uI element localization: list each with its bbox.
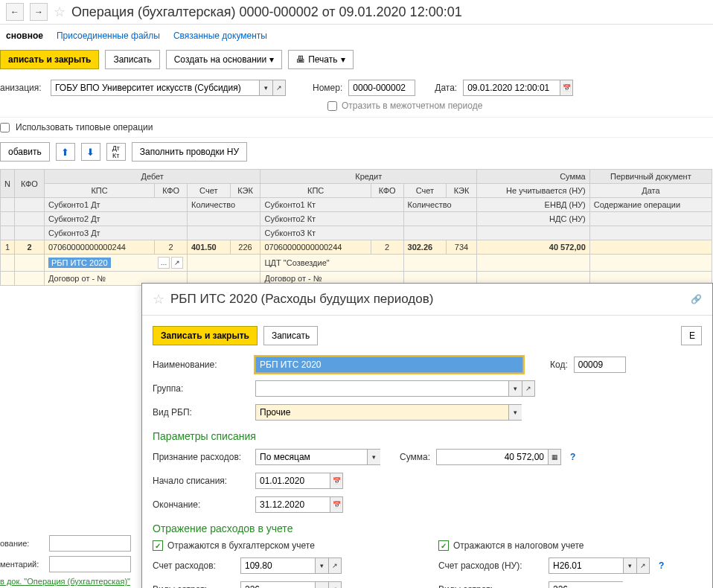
move-up-button[interactable]: ⬆: [56, 143, 75, 161]
name-input[interactable]: [255, 357, 523, 373]
external-link-icon[interactable]: 🔗: [691, 294, 702, 304]
col-envd: ЕНВД (НУ): [476, 198, 589, 212]
start-label: Начало списания:: [153, 476, 249, 486]
cell-acc-d[interactable]: 401.50: [188, 240, 231, 255]
save-button[interactable]: Записать: [105, 50, 159, 69]
col-sub1k: Субконто1 Кт: [260, 198, 403, 212]
acc-nu-open[interactable]: ↗: [636, 557, 650, 574]
dt-kt-button[interactable]: ДтКт: [106, 143, 126, 161]
print-button[interactable]: 🖶 Печать ▾: [288, 50, 353, 69]
col-primary: Первичный документ: [589, 170, 712, 184]
base-input[interactable]: [49, 535, 131, 552]
comment-input[interactable]: [49, 556, 131, 572]
group-open[interactable]: ↗: [522, 380, 535, 397]
create-based-label: Создать на основании: [174, 54, 267, 65]
cell-kek-k[interactable]: 734: [447, 240, 477, 255]
end-input[interactable]: [255, 496, 330, 513]
cell-primary[interactable]: [589, 240, 712, 255]
col-kek-d: КЭК: [230, 184, 260, 198]
type-input[interactable]: [255, 404, 508, 421]
sum-help-icon[interactable]: ?: [567, 452, 578, 462]
start-input[interactable]: [255, 473, 330, 489]
sum-input[interactable]: [436, 449, 548, 465]
org-open[interactable]: ↗: [272, 80, 286, 96]
create-based-on-button[interactable]: Создать на основании ▾: [166, 50, 283, 69]
page-title: Операция (бухгалтерская) 0000-000002 от …: [71, 4, 462, 20]
type-drop[interactable]: ▾: [508, 404, 522, 421]
cell-kps-k[interactable]: 07060000000000244: [260, 240, 371, 255]
col-sub2k: Субконто2 Кт: [260, 212, 403, 226]
interperiod-checkbox[interactable]: [327, 101, 337, 111]
nu-checkbox[interactable]: ✓: [438, 540, 449, 551]
group-input[interactable]: [255, 380, 508, 397]
acc-nu-input[interactable]: [549, 557, 623, 574]
cost-open[interactable]: ↗: [328, 581, 342, 588]
col-n: N: [1, 170, 15, 198]
cell-kfo-d[interactable]: 2: [155, 240, 188, 255]
col-nds: НДС (НУ): [476, 212, 589, 226]
cost-drop[interactable]: ▾: [315, 581, 328, 588]
recognition-input[interactable]: [255, 449, 367, 465]
code-input[interactable]: [574, 357, 626, 373]
number-input[interactable]: [348, 80, 415, 96]
org-dropdown[interactable]: ▾: [259, 80, 272, 96]
dialog-save[interactable]: Записать: [263, 326, 318, 345]
end-calendar[interactable]: 📅: [330, 496, 343, 513]
print-label: Печать: [308, 54, 337, 65]
org-input[interactable]: [51, 80, 259, 96]
acc-nu-label: Счет расходов (НУ):: [438, 560, 543, 571]
recognition-drop[interactable]: ▾: [367, 449, 380, 465]
cell-sub-d[interactable]: РБП ИТС 2020 … ↗: [44, 255, 187, 272]
doc-link[interactable]: в док. "Операция (бухгалтерская)": [0, 577, 130, 586]
cell-acc-k[interactable]: 302.26: [403, 240, 447, 255]
group-drop[interactable]: ▾: [508, 380, 522, 397]
col-kek-k: КЭК: [447, 184, 477, 198]
sum-label: Сумма:: [400, 452, 430, 462]
cell-kfo-k[interactable]: 2: [371, 240, 403, 255]
acc-label: Счет расходов:: [153, 560, 234, 571]
acc-open[interactable]: ↗: [328, 557, 342, 574]
start-calendar[interactable]: 📅: [330, 473, 343, 489]
dialog-save-close[interactable]: Записать и закрыть: [153, 326, 258, 345]
cost-label: Виды затрат:: [153, 584, 234, 588]
cell-kfo[interactable]: 2: [14, 240, 44, 255]
date-input[interactable]: [463, 80, 560, 96]
back-button[interactable]: ←: [6, 3, 24, 21]
typical-ops-checkbox[interactable]: [0, 123, 10, 132]
tab-linked-docs[interactable]: Связанные документы: [173, 31, 267, 41]
dialog-back[interactable]: Е: [681, 326, 702, 345]
calendar-icon[interactable]: 📅: [560, 80, 573, 96]
number-label: Номер:: [313, 83, 342, 93]
sub-d-select[interactable]: …: [158, 257, 170, 269]
sub-d-open[interactable]: ↗: [171, 257, 183, 269]
group-label: Группа:: [153, 383, 249, 394]
acc-drop[interactable]: ▾: [315, 557, 328, 574]
dialog-favorite-icon[interactable]: ☆: [153, 291, 164, 307]
add-button[interactable]: обавить: [0, 142, 50, 162]
cell-n[interactable]: 1: [1, 240, 15, 255]
sum-calc[interactable]: ▦: [548, 449, 561, 465]
save-and-close-button[interactable]: аписать и закрыть: [0, 50, 99, 69]
favorite-icon[interactable]: ☆: [54, 4, 65, 20]
cell-sub-k[interactable]: ЦДТ "Созвездие": [260, 255, 403, 272]
move-down-button[interactable]: ⬇: [81, 143, 100, 161]
acc-nu-drop[interactable]: ▾: [623, 557, 636, 574]
bu-checkbox[interactable]: ✓: [153, 540, 163, 551]
col-date: Дата: [589, 184, 712, 198]
typical-ops-label: Использовать типовые операции: [16, 122, 153, 132]
forward-button[interactable]: →: [30, 3, 48, 21]
fill-nu-button[interactable]: Заполнить проводки НУ: [132, 142, 247, 162]
col-sub3k: Субконто3 Кт: [260, 226, 403, 240]
code-label: Код:: [550, 359, 568, 370]
acc-input[interactable]: [240, 557, 315, 574]
cell-sum[interactable]: 40 572,00: [476, 240, 589, 255]
cost-input[interactable]: [240, 581, 315, 588]
cell-kek-d[interactable]: 226: [230, 240, 260, 255]
cost-nu-input[interactable]: [549, 581, 623, 588]
cell-kps-d[interactable]: 07060000000000244: [44, 240, 154, 255]
acc-nu-help[interactable]: ?: [656, 560, 667, 571]
reflection-title: Отражение расходов в учете: [153, 517, 702, 537]
tab-attached-files[interactable]: Присоединенные файлы: [57, 31, 160, 41]
tab-main[interactable]: сновное: [6, 31, 43, 41]
dialog-title: РБП ИТС 2020 (Расходы будущих периодов): [170, 292, 433, 307]
